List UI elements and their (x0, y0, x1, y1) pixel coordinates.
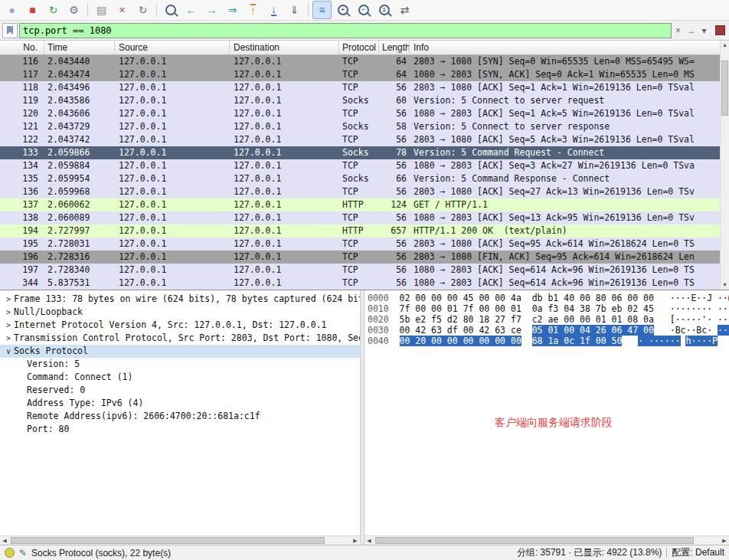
detail-line[interactable]: ∨Socks Protocol (0, 345, 360, 358)
packet-row[interactable]: 1172.043474127.0.0.1127.0.0.1TCP641080 →… (0, 68, 729, 81)
expander-icon[interactable]: > (3, 306, 14, 319)
restart-capture-button[interactable]: ↻ (44, 1, 63, 19)
packet-row[interactable]: 1352.059954127.0.0.1127.0.0.1Socks66Vers… (0, 172, 729, 185)
go-to-packet-button[interactable]: ⇒ (223, 1, 242, 19)
scroll-down-icon[interactable]: ▼ (721, 280, 729, 290)
expert-info-icon[interactable] (5, 548, 15, 558)
expander-icon[interactable]: ∨ (3, 345, 14, 358)
packet-row[interactable]: 1202.043606127.0.0.1127.0.0.1TCP561080 →… (0, 107, 729, 120)
packet-row[interactable]: 1952.728031127.0.0.1127.0.0.1TCP562803 →… (0, 237, 729, 251)
start-capture-button[interactable]: ● (2, 1, 21, 19)
expander-icon[interactable] (16, 397, 27, 410)
detail-line[interactable]: Reserved: 0 (0, 384, 360, 397)
packet-row[interactable]: 1182.043496127.0.0.1127.0.0.1TCP562803 →… (0, 81, 729, 94)
packet-row[interactable]: 1332.059866127.0.0.1127.0.0.1Socks78Vers… (0, 146, 729, 159)
cell-time: 2.043474 (44, 68, 115, 81)
go-last-button[interactable]: ↓ (264, 1, 283, 19)
packet-list-header: No. Time Source Destination Protocol Len… (0, 41, 729, 55)
packet-row[interactable]: 1962.728316127.0.0.1127.0.0.1TCP562803 →… (0, 251, 729, 264)
go-forward-button[interactable]: → (202, 1, 221, 19)
column-header-length[interactable]: Length (379, 41, 410, 54)
packet-row[interactable]: 1222.043742127.0.0.1127.0.0.1TCP562803 →… (0, 133, 729, 146)
go-back-button[interactable]: ← (181, 1, 201, 19)
zoom-out-button[interactable] (354, 1, 373, 19)
packet-row[interactable]: 1362.059968127.0.0.1127.0.0.1TCP562803 →… (0, 185, 729, 198)
packet-row[interactable]: 1212.043729127.0.0.1127.0.0.1Socks58Vers… (0, 120, 729, 133)
capture-options-button[interactable]: ⚙ (64, 1, 83, 19)
detail-line[interactable]: >Internet Protocol Version 4, Src: 127.0… (0, 319, 360, 332)
zoom-original-button[interactable] (374, 1, 394, 19)
packet-row[interactable]: 1162.043440127.0.0.1127.0.0.1TCP642803 →… (0, 55, 729, 68)
hex-row[interactable]: 0010 7f 00 00 01 7f 00 00 01 0a f3 04 38… (368, 303, 729, 314)
packet-row[interactable]: 3445.837531127.0.0.1127.0.0.1TCP561080 →… (0, 277, 729, 290)
stop-capture-button[interactable]: ■ (23, 1, 42, 19)
scrollbar-thumb[interactable] (375, 537, 694, 544)
filter-input[interactable]: tcp.port == 1080 (19, 23, 672, 38)
column-header-destination[interactable]: Destination (230, 41, 339, 54)
filter-clear-button[interactable]: × (672, 23, 685, 38)
detail-line[interactable]: Version: 5 (0, 358, 360, 371)
packet-row[interactable]: 1382.060089127.0.0.1127.0.0.1TCP561080 →… (0, 211, 729, 224)
auto-scroll-button[interactable]: ⇓ (285, 1, 304, 19)
find-packet-button[interactable] (161, 1, 180, 19)
detail-line[interactable]: Command: Connect (1) (0, 371, 360, 384)
hex-row[interactable]: 0020 5b e2 f5 d2 80 18 27 f7 c2 ae 00 00… (368, 314, 729, 325)
scroll-up-icon[interactable]: ▲ (721, 41, 729, 50)
cell-destination: 127.0.0.1 (230, 277, 339, 290)
bytes-scrollbar[interactable]: ◀ ▶ (364, 535, 729, 545)
colorize-button[interactable]: ≡ (312, 1, 332, 19)
details-scrollbar[interactable]: ◀ ▶ (0, 535, 360, 545)
packet-row[interactable]: 1942.727997127.0.0.1127.0.0.1HTTP657HTTP… (0, 224, 729, 237)
filter-expression-button[interactable] (715, 25, 725, 35)
scroll-left-icon[interactable]: ◀ (364, 536, 374, 545)
reload-file-button[interactable]: ↻ (133, 1, 152, 19)
scroll-right-icon[interactable]: ▶ (351, 536, 360, 545)
expander-icon[interactable] (16, 358, 27, 371)
column-header-protocol[interactable]: Protocol (339, 41, 379, 54)
scrollbar-track[interactable] (721, 50, 729, 280)
scroll-right-icon[interactable]: ▶ (720, 536, 729, 545)
go-first-button[interactable]: ↑ (244, 1, 263, 19)
expander-icon[interactable] (16, 410, 27, 423)
hex-row[interactable]: 0040 00 20 00 00 00 00 00 00 68 1a 0c 1f… (368, 336, 729, 346)
expander-icon[interactable] (16, 384, 27, 397)
column-header-time[interactable]: Time (44, 41, 115, 54)
zoom-in-button[interactable] (333, 1, 352, 19)
cell-time: 2.728316 (44, 251, 115, 264)
expander-icon[interactable]: > (3, 293, 14, 306)
column-header-no[interactable]: No. (0, 41, 44, 54)
expander-icon[interactable]: > (3, 332, 14, 345)
packet-list-scrollbar[interactable]: ▲ ▼ (720, 41, 729, 290)
resize-columns-button[interactable]: ⇄ (395, 1, 414, 19)
detail-line[interactable]: >Null/Loopback (0, 306, 360, 319)
detail-line[interactable]: Remote Address(ipv6): 2606:4700:20::681a… (0, 410, 360, 423)
expander-icon[interactable] (16, 423, 27, 436)
filter-dropdown-button[interactable]: ▾ (698, 23, 711, 38)
scrollbar-thumb[interactable] (11, 537, 325, 544)
expander-icon[interactable] (16, 371, 27, 384)
packet-row[interactable]: 1972.728340127.0.0.1127.0.0.1TCP561080 →… (0, 264, 729, 277)
open-file-button[interactable]: ▤ (92, 1, 111, 19)
column-header-info[interactable]: Info (410, 41, 729, 54)
expander-icon[interactable]: > (3, 319, 14, 332)
hex-row[interactable]: 0030 00 42 63 df 00 42 63 ce 05 01 00 04… (368, 325, 729, 336)
packet-row[interactable]: 1372.060062127.0.0.1127.0.0.1HTTP124GET … (0, 198, 729, 211)
scroll-left-icon[interactable]: ◀ (0, 536, 9, 545)
close-file-button[interactable]: × (113, 1, 132, 19)
packet-row[interactable]: 1192.043586127.0.0.1127.0.0.1Socks60Vers… (0, 94, 729, 107)
hex-row[interactable]: 0000 02 00 00 00 45 00 00 4a db b1 40 00… (368, 293, 729, 303)
detail-line[interactable]: Address Type: IPv6 (4) (0, 397, 360, 410)
capture-comment-icon[interactable]: ✎ (19, 548, 27, 558)
packet-row[interactable]: 1342.059884127.0.0.1127.0.0.1TCP561080 →… (0, 159, 729, 172)
detail-line[interactable]: >Frame 133: 78 bytes on wire (624 bits),… (0, 293, 360, 306)
filter-apply-button[interactable]: → (685, 23, 698, 38)
scrollbar-thumb[interactable] (721, 61, 728, 116)
detail-line[interactable]: Port: 80 (0, 423, 360, 436)
filter-bookmark-button[interactable] (2, 23, 18, 38)
scrollbar-track[interactable] (374, 536, 720, 545)
cell-source: 127.0.0.1 (115, 107, 230, 120)
scrollbar-track[interactable] (9, 536, 351, 545)
column-header-source[interactable]: Source (115, 41, 230, 54)
detail-line[interactable]: >Transmission Control Protocol, Src Port… (0, 332, 360, 345)
status-profile[interactable]: 配置: Default (672, 546, 724, 559)
